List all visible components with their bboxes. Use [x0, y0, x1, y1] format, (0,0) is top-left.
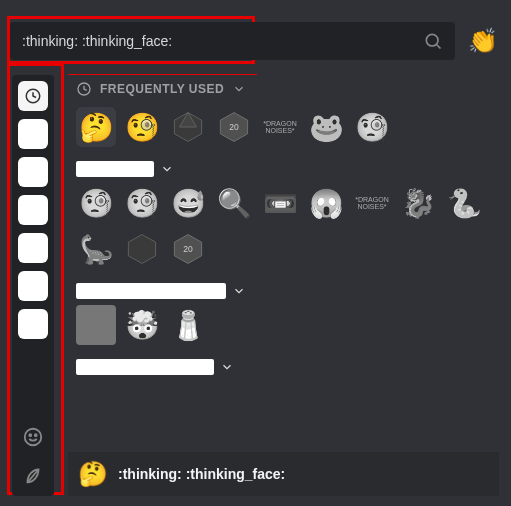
preview-thinking-icon: 🤔: [78, 459, 108, 489]
sidebar-server-3[interactable]: [18, 195, 48, 225]
clap-icon: 👏: [468, 27, 498, 55]
sidebar-server-1[interactable]: [18, 119, 48, 149]
preview-text: :thinking: :thinking_face:: [118, 466, 285, 482]
emoji-d20-dark[interactable]: [168, 107, 208, 147]
chevron-down-icon: [232, 82, 246, 96]
emoji-monocle2[interactable]: 🧐: [122, 183, 162, 223]
svg-point-5: [35, 434, 37, 436]
chevron-down-icon: [220, 360, 234, 374]
svg-line-1: [437, 45, 441, 49]
emoji-grid: FREQUENTLY USED 🤔 🧐 20 *DRAGONNOISES* 🐸 …: [68, 75, 499, 496]
top-bar: :thinking: :thinking_face: 👏: [10, 22, 499, 60]
emoji-monocle-gray[interactable]: 🧐: [352, 107, 392, 147]
sidebar-nature-category[interactable]: [18, 460, 48, 490]
emoji-d20-num[interactable]: 20: [214, 107, 254, 147]
server-c-header[interactable]: [68, 353, 499, 377]
emoji-snake[interactable]: 🐍: [444, 183, 484, 223]
emoji-dragon-noises-text[interactable]: *DRAGONNOISES*: [352, 183, 392, 223]
clock-icon: [76, 81, 92, 97]
server-b-row: 🤯 🧂: [68, 301, 499, 353]
emoji-search-input[interactable]: :thinking: :thinking_face:: [10, 22, 455, 60]
svg-marker-11: [128, 235, 155, 264]
svg-text:20: 20: [229, 122, 239, 132]
emoji-avatar-photo[interactable]: [76, 305, 116, 345]
frequently-used-header[interactable]: FREQUENTLY USED: [68, 75, 499, 103]
frequently-used-row: 🤔 🧐 20 *DRAGONNOISES* 🐸 🧐: [68, 103, 499, 155]
emoji-dragon[interactable]: 🐉: [398, 183, 438, 223]
server-b-label: [76, 283, 226, 299]
emoji-sauropod[interactable]: 🦕: [76, 229, 116, 269]
emoji-monocle-magnify[interactable]: 🔍: [214, 183, 254, 223]
sidebar-server-6[interactable]: [18, 309, 48, 339]
server-a-label: [76, 161, 154, 177]
skin-tone-picker[interactable]: 👏: [467, 25, 499, 57]
server-c-label: [76, 359, 214, 375]
emoji-d20-num-2[interactable]: 20: [168, 229, 208, 269]
emoji-scream-frog[interactable]: 😱: [306, 183, 346, 223]
svg-point-4: [29, 434, 31, 436]
emoji-monocle[interactable]: 🧐: [122, 107, 162, 147]
server-b-header[interactable]: [68, 277, 499, 301]
sidebar-server-5[interactable]: [18, 271, 48, 301]
chevron-down-icon: [160, 162, 174, 176]
emoji-exploding-head[interactable]: 🤯: [122, 305, 162, 345]
frequently-used-label: FREQUENTLY USED: [100, 82, 224, 96]
search-icon: [423, 31, 443, 51]
svg-text:20: 20: [183, 244, 193, 254]
emoji-thinking[interactable]: 🤔: [76, 107, 116, 147]
svg-point-3: [25, 429, 42, 446]
emoji-salt[interactable]: 🧂: [168, 305, 208, 345]
emoji-d20-dark-2[interactable]: [122, 229, 162, 269]
emoji-monocle[interactable]: 🧐: [76, 183, 116, 223]
server-a-row: 🧐 🧐 😅 🔍 📼 😱 *DRAGONNOISES* 🐉 🐍 🦕 20: [68, 179, 499, 277]
emoji-grin-sweat[interactable]: 😅: [168, 183, 208, 223]
server-a-header[interactable]: [68, 155, 499, 179]
emoji-frog[interactable]: 🐸: [306, 107, 346, 147]
search-value: :thinking: :thinking_face:: [22, 33, 423, 49]
emoji-preview-bar: 🤔 :thinking: :thinking_face:: [68, 452, 499, 496]
sidebar-people-category[interactable]: [18, 422, 48, 452]
sidebar-recent[interactable]: [18, 81, 48, 111]
sidebar-server-4[interactable]: [18, 233, 48, 263]
emoji-cassette[interactable]: 📼: [260, 183, 300, 223]
emoji-category-sidebar: [12, 75, 54, 496]
sidebar-server-2[interactable]: [18, 157, 48, 187]
chevron-down-icon: [232, 284, 246, 298]
emoji-dragon-noises[interactable]: *DRAGONNOISES*: [260, 107, 300, 147]
svg-point-0: [426, 34, 438, 46]
